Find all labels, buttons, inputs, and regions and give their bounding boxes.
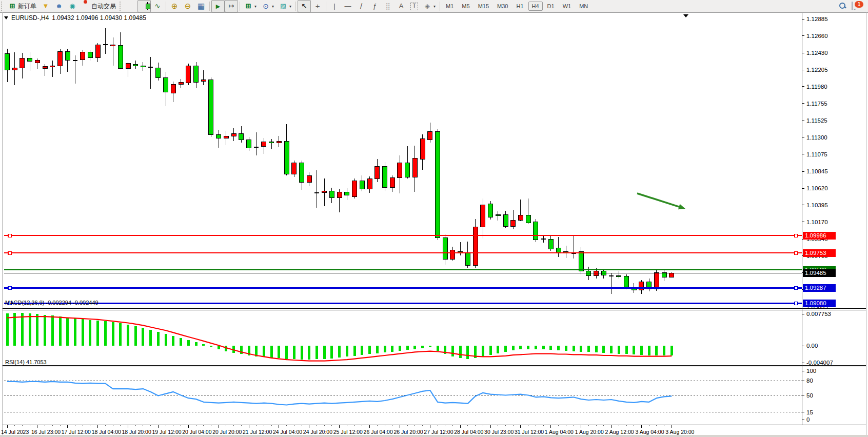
price-line[interactable]: 1.09526 [4, 266, 836, 274]
chart-canvas[interactable]: 1.128851.126601.124301.122051.119801.117… [0, 12, 868, 437]
clock-icon: ⊙ [262, 2, 270, 10]
signal-icon: ◉ [68, 2, 76, 10]
svg-text:3 Aug 04:00: 3 Aug 04:00 [635, 429, 664, 435]
toolbar-separator [166, 2, 166, 11]
timeframe-m15[interactable]: M15 [475, 2, 492, 11]
text-tool[interactable]: A [394, 0, 408, 12]
label-tool[interactable]: T [408, 0, 421, 12]
toolbar-separator [440, 2, 440, 11]
timeframe-h4[interactable]: H4 [528, 2, 543, 11]
svg-text:0.00: 0.00 [806, 343, 818, 349]
timeframe-d1[interactable]: D1 [544, 2, 558, 11]
funnel-icon: ▼ [42, 2, 50, 10]
toolbar: ⊞ 新订单 ▼ ☻ ◉ 自动交易 ∿ ⊕ ⊖ ▦ ▶ ↦ ⊞ ▾ ⊙ ▾ ▨ ▾… [0, 0, 868, 13]
price-line[interactable]: 1.09080 [4, 300, 836, 307]
line-chart-button[interactable]: ∿ [151, 0, 164, 12]
svg-text:1.10170: 1.10170 [806, 219, 828, 225]
timeframe-m1[interactable]: M1 [442, 2, 457, 11]
timeframe-w1[interactable]: W1 [559, 2, 575, 11]
funnel-button[interactable]: ▼ [39, 0, 52, 12]
svg-text:3 Aug 20:00: 3 Aug 20:00 [665, 429, 694, 435]
svg-text:27 Jul 12:00: 27 Jul 12:00 [424, 429, 453, 435]
fibonacci-tool[interactable]: ƒ [368, 0, 381, 12]
new-order-button[interactable]: ⊞ 新订单 [6, 0, 39, 12]
new-chart-icon: ⊞ [244, 2, 252, 10]
vertical-line-tool[interactable]: | [328, 0, 341, 12]
trend-arrow-annotation[interactable] [637, 193, 685, 209]
svg-text:26 Jul 20:00: 26 Jul 20:00 [393, 429, 423, 435]
price-line[interactable]: 1.09753 [4, 249, 836, 257]
price-line[interactable]: 1.09986 [4, 232, 836, 240]
chevron-down-icon: ▾ [272, 4, 274, 9]
svg-text:30 Jul 23:00: 30 Jul 23:00 [484, 429, 514, 435]
horizontal-line-tool[interactable]: — [341, 0, 354, 12]
svg-text:25 Jul 12:00: 25 Jul 12:00 [333, 429, 363, 435]
period-dropdown[interactable]: ⊙ ▾ [259, 0, 277, 12]
fibonacci-icon: ƒ [370, 2, 379, 10]
price-line[interactable]: 1.09287 [4, 284, 836, 292]
date-axis[interactable]: 14 Jul 202316 Jul 23:0017 Jul 12:0018 Ju… [1, 425, 695, 435]
svg-text:1.12205: 1.12205 [806, 67, 828, 73]
profile-button[interactable]: ☻ [52, 0, 66, 12]
auto-trading-button[interactable]: 自动交易 [79, 0, 119, 12]
profile-icon: ☻ [55, 2, 63, 10]
candlestick-chart-button[interactable] [137, 0, 151, 12]
svg-text:20 Jul 04:00: 20 Jul 04:00 [182, 429, 211, 435]
chart-window[interactable]: 1.128851.126601.124301.122051.119801.117… [0, 12, 868, 437]
svg-text:1.11755: 1.11755 [806, 101, 827, 107]
crosshair-icon: + [313, 2, 322, 10]
svg-text:100: 100 [806, 368, 816, 374]
horizontal-line-icon: — [344, 2, 352, 10]
toolbar-separator [326, 2, 326, 11]
tile-windows-button[interactable]: ▦ [194, 0, 208, 12]
svg-text:16 Jul 23:00: 16 Jul 23:00 [31, 429, 61, 435]
cursor-tool-button[interactable]: ↖ [298, 0, 311, 12]
shapes-dropdown[interactable]: ◈ ▾ [421, 0, 438, 12]
svg-text:15: 15 [806, 409, 813, 415]
auto-trading-label: 自动交易 [91, 2, 116, 11]
indicators-dropdown[interactable]: ▨ ▾ [277, 0, 294, 12]
chevron-down-icon: ▾ [289, 4, 291, 9]
svg-text:26 Jul 04:00: 26 Jul 04:00 [364, 429, 393, 435]
grid-tool[interactable]: ⣿ [381, 0, 394, 12]
zoom-in-button[interactable]: ⊕ [168, 0, 181, 12]
new-chart-dropdown[interactable]: ⊞ ▾ [242, 0, 259, 12]
new-order-label: 新订单 [18, 2, 36, 11]
svg-text:1.12660: 1.12660 [806, 33, 828, 39]
svg-text:2 Aug 12:00: 2 Aug 12:00 [605, 429, 634, 435]
timeframe-m30[interactable]: M30 [494, 2, 511, 11]
crosshair-tool-button[interactable]: + [311, 0, 324, 12]
shapes-icon: ◈ [423, 2, 431, 10]
toolbar-grip [1, 2, 5, 11]
text-icon: A [397, 2, 405, 10]
svg-text:50: 50 [806, 392, 813, 399]
toolbar-separator [295, 2, 296, 11]
timeframe-mn[interactable]: MN [576, 2, 591, 11]
svg-text:1 Aug 04:00: 1 Aug 04:00 [545, 429, 574, 435]
zoom-out-button[interactable]: ⊖ [181, 0, 194, 12]
chart-shift-button[interactable]: ↦ [225, 0, 238, 12]
toolbar-separator [240, 2, 240, 11]
svg-text:1.09080: 1.09080 [805, 300, 826, 306]
search-button[interactable] [832, 0, 845, 12]
timeframe-h1[interactable]: H1 [512, 2, 527, 11]
svg-text:19 Jul 12:00: 19 Jul 12:00 [152, 429, 181, 435]
svg-text:1 Aug 20:00: 1 Aug 20:00 [575, 429, 604, 435]
bar-chart-button[interactable] [124, 0, 137, 12]
svg-text:1.10620: 1.10620 [806, 185, 828, 191]
svg-text:1.11980: 1.11980 [806, 84, 827, 90]
vertical-line-icon: | [330, 2, 339, 10]
notifications-button[interactable]: 1 [845, 0, 868, 12]
macd-pane[interactable] [6, 313, 673, 361]
cursor-icon: ↖ [300, 2, 308, 10]
indicators-icon: ▨ [279, 2, 287, 10]
svg-text:0.007753: 0.007753 [806, 311, 831, 317]
candles-layer[interactable] [5, 28, 674, 293]
rsi-pane[interactable] [4, 381, 802, 412]
trendline-icon: / [357, 2, 365, 10]
auto-scroll-button[interactable]: ▶ [211, 0, 225, 12]
timeframe-m5[interactable]: M5 [458, 2, 473, 11]
signal-button[interactable]: ◉ [66, 0, 79, 12]
trendline-tool[interactable]: / [354, 0, 368, 12]
toolbar-grip [120, 2, 123, 11]
